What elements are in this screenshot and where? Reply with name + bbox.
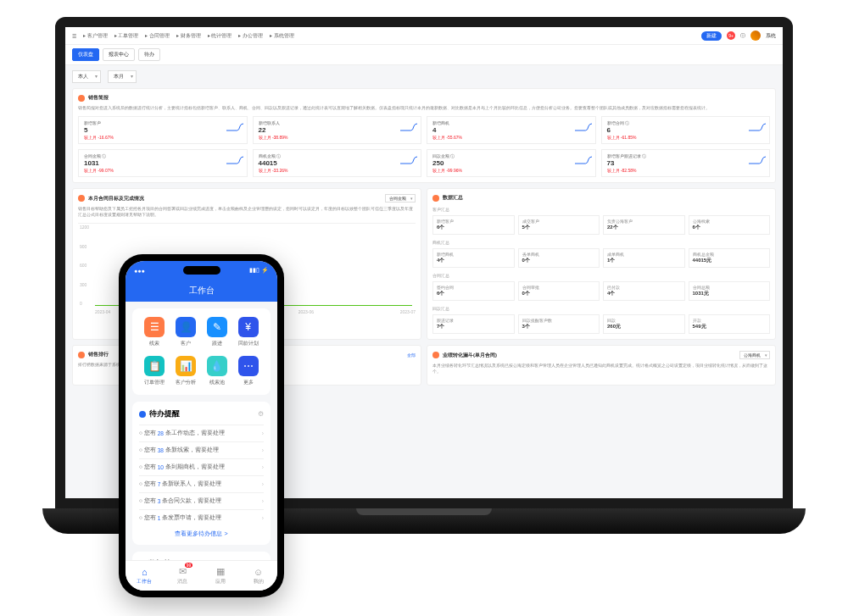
- kpi-card[interactable]: 合同金额 ⓘ 1031 较上月 -99.07%: [78, 149, 248, 177]
- summary-title: 数据汇总: [443, 194, 463, 202]
- funnel-filter[interactable]: 公海商机: [739, 351, 770, 359]
- todo-item[interactable]: ○ 您有38条新线索，需要处理›: [139, 441, 264, 458]
- app-跟进[interactable]: ✎ 跟进: [204, 317, 232, 347]
- summary-cell[interactable]: 负责公海客户22个: [603, 215, 685, 235]
- nav-item[interactable]: ▸ 合同管理: [145, 32, 170, 40]
- dot-icon: [432, 195, 439, 202]
- phone-tab-应用[interactable]: ▦ 应用: [202, 561, 240, 591]
- todo-item[interactable]: ○ 您有10条到期商机，需要处理›: [139, 458, 264, 475]
- app-label: 订单管理: [144, 379, 165, 386]
- notif-badge[interactable]: 9+: [727, 31, 735, 40]
- help-icon[interactable]: ⓘ: [740, 32, 745, 40]
- phone-tab-消息[interactable]: ✉99 消息: [164, 561, 202, 591]
- summary-cell[interactable]: 回款提醒客户数3个: [518, 314, 600, 334]
- summary-cell[interactable]: 丢单商机0个: [518, 248, 600, 268]
- dot-icon: [78, 352, 85, 358]
- kpi-value: 5: [84, 126, 242, 134]
- tab-报表中心[interactable]: 报表中心: [103, 48, 135, 61]
- chevron-right-icon: ›: [262, 464, 264, 470]
- summary-cell[interactable]: 合同审批0个: [518, 281, 600, 301]
- kpi-card[interactable]: 商机金额 ⓘ 44015 较上月 -33.26%: [253, 149, 422, 177]
- summary-cell[interactable]: 公海线索6个: [689, 215, 771, 235]
- summary-cell[interactable]: 回款260元: [603, 314, 685, 334]
- gear-icon[interactable]: ⚙: [258, 410, 264, 418]
- period-select[interactable]: 本月: [108, 70, 137, 83]
- status-time: 09:33: [190, 268, 205, 274]
- nav-item[interactable]: ▸ 办公管理: [238, 32, 263, 40]
- scope-select[interactable]: 本人: [72, 70, 101, 83]
- ranking-title: 销售排行: [88, 351, 109, 358]
- summary-cell[interactable]: 合同总额1031元: [689, 281, 771, 301]
- summary-section-title: 商机汇总: [432, 240, 770, 245]
- status-bar: ●●● 09:33 ▮▮▯ ⚡: [126, 261, 277, 280]
- phone-tab-label: 我的: [254, 578, 264, 585]
- summary-section-title: 合同汇总: [432, 273, 770, 278]
- kpi-card[interactable]: 新增合同 ⓘ 6 较上月 -61.85%: [601, 116, 771, 144]
- sparkline-icon: [575, 155, 592, 165]
- tab-待办[interactable]: 待办: [138, 48, 160, 61]
- chevron-right-icon: ›: [262, 498, 264, 504]
- chevron-right-icon: ›: [262, 447, 264, 453]
- phone-tab-工作台[interactable]: ⌂ 工作台: [126, 561, 164, 591]
- app-线索[interactable]: ☰ 线索: [141, 317, 169, 347]
- todo-item[interactable]: ○ 您有1条发票申请，需要处理›: [139, 509, 264, 526]
- summary-cell[interactable]: 新增客户6个: [432, 215, 515, 235]
- app-回款计划[interactable]: ¥ 回款计划: [234, 317, 262, 347]
- kpi-delta: 较上月 -61.85%: [607, 135, 765, 140]
- battery-icon: ▮▮▯ ⚡: [249, 267, 269, 274]
- nav-item[interactable]: ▸ 客户管理: [83, 32, 108, 40]
- kpi-card[interactable]: 回款金额 ⓘ 250 较上月 -99.96%: [427, 149, 596, 177]
- phone-tab-我的[interactable]: ☺ 我的: [239, 561, 277, 591]
- dot-icon: [432, 352, 439, 358]
- nav-item[interactable]: ▸ 系统管理: [270, 32, 294, 40]
- summary-cell[interactable]: 签约合同6个: [432, 281, 515, 301]
- kpi-value: 6: [607, 126, 765, 134]
- nav-item[interactable]: ▸ 财务管理: [176, 32, 201, 40]
- kpi-value: 73: [607, 159, 765, 167]
- todo-item[interactable]: ○ 您有7条新联系人，需要处理›: [139, 475, 264, 492]
- app-客户分析[interactable]: 📊 客户分析: [172, 356, 200, 386]
- target-filter[interactable]: 合同金额: [385, 194, 416, 203]
- kpi-delta: 较上月 -33.26%: [259, 168, 416, 173]
- dot-icon: [139, 411, 146, 418]
- tab-仪表盘[interactable]: 仪表盘: [72, 48, 99, 61]
- todo-item[interactable]: ○ 您有28条工作动态，需要处理›: [139, 425, 264, 441]
- app-订单管理[interactable]: 📋 订单管理: [141, 356, 169, 386]
- kpi-card[interactable]: 新增客户跟进记录 ⓘ 73 较上月 -82.58%: [601, 149, 771, 177]
- kpi-card[interactable]: 新增联系人 22 较上月 -38.89%: [253, 116, 422, 144]
- new-button[interactable]: 新建: [701, 31, 722, 41]
- phone-frame: ●●● 09:33 ▮▮▯ ⚡ 工作台 ☰ 线索 👤 客户 ✎ 跟进 ¥ 回款计…: [119, 254, 284, 597]
- app-label: 回款计划: [238, 340, 259, 347]
- 客户-icon: 👤: [176, 317, 196, 337]
- chevron-right-icon: ›: [262, 515, 264, 521]
- summary-cell[interactable]: 成交客户5个: [518, 215, 600, 235]
- app-label: 更多: [243, 379, 254, 386]
- kpi-delta: 较上月 -82.58%: [607, 168, 765, 173]
- summary-cell[interactable]: 新增商机4个: [432, 248, 515, 268]
- summary-cell[interactable]: 商机总金额44015元: [689, 248, 771, 268]
- app-更多[interactable]: ⋯ 更多: [234, 356, 262, 386]
- phone-tabbar: ⌂ 工作台 ✉99 消息 ▦ 应用 ☺ 我的: [126, 560, 277, 591]
- 跟进-icon: ✎: [207, 317, 227, 337]
- summary-cell[interactable]: 跟进记录7个: [432, 314, 515, 334]
- kpi-delta: 较上月 -16.67%: [84, 135, 242, 140]
- sparkline-icon: [226, 155, 243, 165]
- phone-screen: ●●● 09:33 ▮▮▯ ⚡ 工作台 ☰ 线索 👤 客户 ✎ 跟进 ¥ 回款计…: [126, 261, 277, 591]
- nav-item[interactable]: ▸ 工单管理: [114, 32, 139, 40]
- app-线索池[interactable]: 💧 线索池: [204, 356, 232, 386]
- kpi-card[interactable]: 新增商机 4 较上月 -55.67%: [427, 116, 596, 144]
- summary-cell[interactable]: 成单商机1个: [603, 248, 685, 268]
- menu-icon[interactable]: ☰: [72, 33, 76, 39]
- sparkline-icon: [575, 122, 592, 132]
- todo-more-link[interactable]: 查看更多待办信息 >: [139, 526, 264, 538]
- app-客户[interactable]: 👤 客户: [172, 317, 200, 347]
- avatar[interactable]: [750, 31, 761, 41]
- summary-cell[interactable]: 已付款4个: [603, 281, 685, 301]
- kpi-card[interactable]: 新增客户 5 较上月 -16.67%: [78, 116, 248, 144]
- more-link[interactable]: 全部: [407, 352, 416, 358]
- todo-item[interactable]: ○ 您有3条合同欠款，需要处理›: [139, 492, 264, 509]
- nav-item[interactable]: ▸ 统计管理: [208, 32, 232, 40]
- tab-bar: 仪表盘报表中心待办: [65, 45, 783, 65]
- summary-cell[interactable]: 开款549元: [689, 314, 771, 334]
- briefing-desc: 销售简报对您进入系统后的数据进行统计分析，主要统计指标包括新增客户、联系人、商机…: [78, 105, 770, 111]
